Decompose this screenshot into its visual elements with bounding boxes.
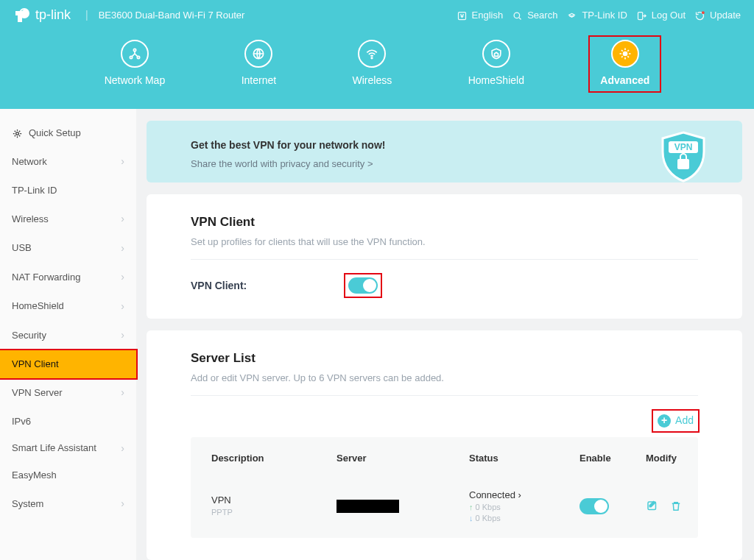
update-label: Update xyxy=(710,9,741,22)
chevron-right-icon: › xyxy=(121,443,124,454)
row-desc-name: VPN xyxy=(211,494,337,507)
chevron-right-icon: › xyxy=(121,212,124,227)
nav-network-map[interactable]: Network Map xyxy=(94,37,175,91)
table-row: VPN PPTP Connected › 0 Kbps 0 Kbps xyxy=(191,477,698,535)
chevron-right-icon: › xyxy=(121,300,124,314)
row-down-speed: 0 Kbps xyxy=(469,514,501,522)
nav-internet[interactable]: Internet xyxy=(231,37,286,91)
nav-wireless[interactable]: Wireless xyxy=(342,37,403,91)
vpn-client-card: VPN Client Set up profiles for clients t… xyxy=(147,194,742,319)
quick-setup-icon xyxy=(12,128,23,139)
server-table: Description Server Status Enable Modify … xyxy=(191,437,698,538)
vpn-shield-icon: VPN xyxy=(654,128,713,182)
add-label: Add xyxy=(675,414,694,428)
col-description: Description xyxy=(211,452,337,465)
lang-button[interactable]: English xyxy=(457,9,504,22)
divider: | xyxy=(85,8,88,23)
sidebar-item-label: HomeShield xyxy=(12,300,64,313)
sidebar-quick-setup[interactable]: Quick Setup xyxy=(0,119,136,147)
sidebar-item-network[interactable]: Network› xyxy=(0,147,136,177)
body: Quick Setup Network›TP-Link IDWireless›U… xyxy=(0,109,754,560)
row-desc-proto: PPTP xyxy=(211,507,337,518)
chevron-right-icon: › xyxy=(121,328,124,343)
sidebar-item-tp-link-id[interactable]: TP-Link ID xyxy=(0,177,136,205)
sidebar-item-label: Network xyxy=(12,155,47,169)
update-button[interactable]: Update xyxy=(694,9,741,22)
server-list-title: Server List xyxy=(191,350,698,367)
row-server xyxy=(337,500,469,513)
header: tp-link | BE3600 Dual-Band Wi-Fi 7 Route… xyxy=(0,0,754,109)
sidebar-item-label: NAT Forwarding xyxy=(12,271,80,284)
sidebar-item-homeshield[interactable]: HomeShield› xyxy=(0,292,136,322)
wireless-icon xyxy=(358,40,386,68)
search-button[interactable]: Search xyxy=(512,9,557,22)
edit-icon[interactable] xyxy=(646,500,659,513)
sidebar-item-label: Quick Setup xyxy=(29,127,81,140)
advanced-icon xyxy=(611,40,639,68)
vpn-banner[interactable]: Get the best VPN for your network now! S… xyxy=(147,121,742,182)
tplink-logo-icon xyxy=(13,7,31,24)
plus-icon: + xyxy=(658,414,671,428)
sidebar: Quick Setup Network›TP-Link IDWireless›U… xyxy=(0,109,136,560)
row-status[interactable]: Connected › 0 Kbps 0 Kbps xyxy=(469,489,579,523)
main-nav: Network Map Internet Wireless HomeShield… xyxy=(0,31,754,91)
model-name: BE3600 Dual-Band Wi-Fi 7 Router xyxy=(99,9,245,22)
sidebar-item-easymesh[interactable]: EasyMesh xyxy=(0,461,136,489)
server-list-sub: Add or edit VPN server. Up to 6 VPN serv… xyxy=(191,372,698,385)
sidebar-item-label: Wireless xyxy=(12,213,49,226)
sidebar-item-label: Security xyxy=(12,329,46,342)
col-enable: Enable xyxy=(579,452,646,465)
table-header: Description Server Status Enable Modify xyxy=(191,440,698,477)
add-server-button[interactable]: + Add xyxy=(653,411,698,431)
chevron-right-icon: › xyxy=(121,497,124,511)
nav-label: HomeShield xyxy=(468,74,524,88)
id-icon xyxy=(566,10,577,21)
chevron-right-icon: › xyxy=(121,270,124,285)
server-list-card: Server List Add or edit VPN server. Up t… xyxy=(147,330,742,560)
nav-label: Internet xyxy=(242,74,276,88)
delete-icon[interactable] xyxy=(669,500,683,513)
sidebar-item-ipv6[interactable]: IPv6 xyxy=(0,408,136,436)
main-content: Get the best VPN for your network now! S… xyxy=(136,109,754,560)
row-enable xyxy=(579,498,646,514)
sidebar-item-smart-life-assistant[interactable]: Smart Life Assistant› xyxy=(0,436,136,461)
vpn-client-title: VPN Client xyxy=(191,213,698,231)
sidebar-item-label: IPv6 xyxy=(12,415,31,428)
sidebar-item-label: EasyMesh xyxy=(12,469,57,482)
chevron-right-icon: › xyxy=(121,241,124,256)
svg-point-9 xyxy=(372,57,373,59)
sidebar-item-wireless[interactable]: Wireless› xyxy=(0,205,136,234)
svg-rect-3 xyxy=(638,12,642,19)
logout-button[interactable]: Log Out xyxy=(636,9,686,22)
row-up-speed: 0 Kbps xyxy=(469,503,501,511)
nav-label: Wireless xyxy=(353,74,392,88)
vpn-client-toggle[interactable] xyxy=(348,277,378,294)
logout-label: Log Out xyxy=(652,9,686,22)
row-status-text: Connected › xyxy=(469,489,579,502)
svg-point-11 xyxy=(16,132,19,135)
nav-label: Network Map xyxy=(105,74,165,88)
nav-homeshield[interactable]: HomeShield xyxy=(458,37,535,91)
nav-advanced[interactable]: Advanced xyxy=(590,37,660,91)
sidebar-item-security[interactable]: Security› xyxy=(0,321,136,350)
sidebar-item-usb[interactable]: USB› xyxy=(0,234,136,263)
vpn-client-sub: Set up profiles for clients that will us… xyxy=(191,235,698,249)
row-enable-toggle[interactable] xyxy=(579,498,609,514)
sidebar-item-vpn-client[interactable]: VPN Client xyxy=(0,350,136,378)
header-top: tp-link | BE3600 Dual-Band Wi-Fi 7 Route… xyxy=(0,0,754,31)
chevron-right-icon: › xyxy=(121,155,124,169)
search-label: Search xyxy=(527,9,557,22)
language-icon xyxy=(457,10,468,21)
internet-icon xyxy=(244,40,272,68)
svg-point-4 xyxy=(702,11,705,14)
sidebar-item-system[interactable]: System› xyxy=(0,489,136,519)
svg-rect-14 xyxy=(677,159,689,169)
sidebar-item-label: VPN Server xyxy=(12,386,63,400)
brand-name: tp-link xyxy=(35,6,71,24)
sidebar-item-nat-forwarding[interactable]: NAT Forwarding› xyxy=(0,263,136,292)
tplink-id-button[interactable]: TP-Link ID xyxy=(566,9,627,22)
sidebar-item-vpn-server[interactable]: VPN Server› xyxy=(0,378,136,408)
id-label: TP-Link ID xyxy=(582,9,627,22)
sidebar-item-label: VPN Client xyxy=(12,358,59,371)
chevron-right-icon: › xyxy=(121,386,124,400)
